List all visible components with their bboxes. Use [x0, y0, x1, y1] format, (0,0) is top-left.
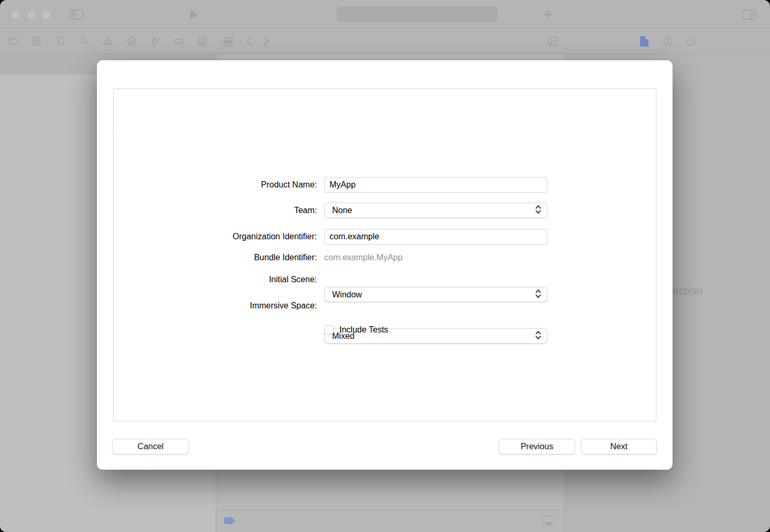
hide-debug-area-icon[interactable]: [543, 516, 554, 526]
popup-stepper-icon: [535, 205, 541, 216]
breakpoint-capsule-icon[interactable]: [173, 36, 184, 47]
organization-identifier-label: Organization Identifier:: [149, 232, 317, 241]
toolbar-divider: [0, 28, 770, 28]
trailing-sidebar-toggle-icon[interactable]: [742, 9, 756, 20]
zoom-button[interactable]: [42, 11, 50, 19]
no-selection-text: ection: [673, 284, 702, 297]
product-name-input[interactable]: [324, 177, 547, 193]
grid-overview-icon[interactable]: [223, 36, 234, 47]
project-navigator-icon[interactable]: [8, 36, 19, 47]
activity-view: [337, 6, 498, 23]
product-name-label: Product Name:: [149, 180, 317, 190]
add-editor-icon[interactable]: [547, 36, 558, 47]
initial-scene-label: Initial Scene:: [149, 275, 317, 284]
run-play-icon[interactable]: [190, 10, 198, 19]
help-inspector-icon[interactable]: ?: [686, 36, 697, 47]
include-tests-checkbox[interactable]: [324, 325, 334, 335]
source-control-icon[interactable]: [31, 36, 42, 47]
team-popup[interactable]: None: [324, 203, 547, 218]
minimize-button[interactable]: [27, 11, 35, 19]
immersive-space-label: Immersive Space:: [149, 301, 317, 311]
team-popup-value: None: [332, 206, 352, 215]
debug-area-glyph: [545, 522, 552, 525]
cancel-button[interactable]: Cancel: [112, 439, 189, 455]
bundle-identifier-label: Bundle Identifier:: [149, 253, 317, 262]
search-icon[interactable]: [79, 36, 90, 47]
organization-identifier-input[interactable]: [324, 229, 547, 245]
popup-stepper-icon: [535, 289, 541, 300]
plus-icon[interactable]: [543, 10, 553, 19]
include-tests-label: Include Tests: [339, 325, 388, 335]
new-project-options-sheet: Choose options for your new project: Pro…: [97, 60, 673, 470]
popup-stepper-icon: [535, 330, 541, 341]
file-inspector-icon[interactable]: [640, 36, 648, 47]
initial-scene-popup-value: Window: [332, 290, 362, 300]
test-diamond-icon[interactable]: [126, 36, 137, 47]
bookmark-icon[interactable]: [55, 36, 66, 47]
debug-spray-icon[interactable]: [150, 36, 161, 47]
history-inspector-icon[interactable]: [662, 36, 673, 47]
close-button[interactable]: [12, 11, 19, 19]
team-label: Team:: [149, 206, 317, 215]
next-button[interactable]: Next: [581, 439, 657, 455]
back-chevron-icon[interactable]: [245, 36, 254, 47]
xcode-window: ? ection Choose options for your new pro…: [0, 0, 770, 532]
forward-chevron-icon[interactable]: [261, 36, 270, 47]
svg-text:?: ?: [690, 39, 693, 45]
bundle-identifier-value: com.example.MyApp: [324, 253, 402, 262]
previous-button[interactable]: Previous: [499, 439, 575, 455]
report-list-icon[interactable]: [197, 36, 208, 47]
leading-sidebar-toggle-icon[interactable]: [70, 9, 84, 20]
issue-warning-icon[interactable]: [102, 36, 113, 47]
initial-scene-popup[interactable]: Window: [324, 287, 547, 302]
editor-bar-separator: [240, 37, 240, 46]
debug-bar: [216, 510, 564, 532]
